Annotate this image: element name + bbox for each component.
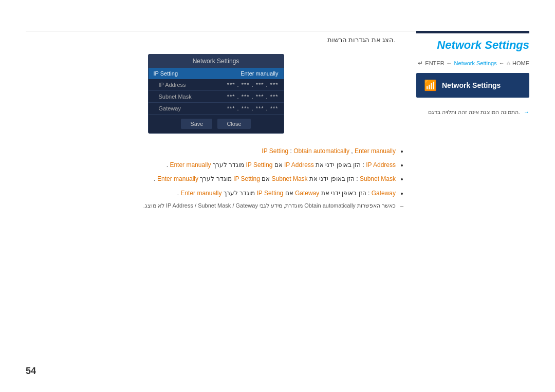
right-panel-title: Network Settings (416, 39, 529, 52)
list-item-subnetmask: Subnet Mask : הזן באופן ידני את Subnet M… (26, 174, 396, 184)
network-settings-dialog: Network Settings IP Setting Enter manual… (148, 54, 284, 134)
network-settings-btn-label: Network Settings (442, 81, 501, 89)
gateway-label: Gateway (159, 105, 181, 111)
gateway-text: Gateway : הזן באופן ידני את Gateway אם I… (177, 190, 396, 197)
page-number: 54 (26, 366, 36, 377)
main-content: .הצג את הגדרות הרשות Network Settings IP… (26, 36, 406, 209)
subnet-mask-value: *** . *** . *** . *** (227, 94, 279, 100)
enter-manually-ref3: Enter manually (180, 190, 221, 197)
dialog-title: Network Settings (149, 54, 284, 68)
instruction-text: .הצג את הגדרות הרשות (26, 36, 396, 44)
gateway-value: *** . *** . *** . *** (227, 105, 279, 111)
save-button[interactable]: Save (181, 119, 212, 129)
breadcrumb-arrow1: ← (447, 60, 452, 66)
bullet-list: IP Setting : Obtain automatically , Ente… (26, 146, 406, 198)
dialog-header-label: IP Setting (154, 70, 178, 77)
dialog-header-row: IP Setting Enter manually (149, 68, 284, 79)
subnetmask-value-orange: Subnet Mask (272, 175, 308, 182)
ip-address-label: IP Address (159, 82, 186, 88)
ip-address-value: *** . *** . *** . *** (227, 82, 279, 88)
close-button[interactable]: Close (217, 119, 250, 129)
network-settings-button[interactable]: 📶 Network Settings (416, 73, 529, 98)
footer-note: כאשר האפשרות Obtain automatically מוגדרת… (26, 202, 406, 209)
right-panel-note: → .התמונה המוצגת אינה זהה ותלויה בדגם (416, 108, 529, 117)
wifi-icon: 📶 (424, 79, 437, 91)
ipsetting-orange: IP Setting (262, 147, 288, 155)
ipaddress-text: IP Address : הזן באופן ידני את IP Addres… (166, 161, 396, 169)
breadcrumb: ↵ ENTER ← Network Settings ← ⌂ HOME (416, 60, 529, 67)
gateway-label-orange: Gateway (372, 190, 396, 197)
breadcrumb-home: HOME (512, 60, 529, 66)
ipaddress-value-orange: IP Address (284, 161, 314, 169)
obtain-auto-text: Obtain automatically (293, 147, 349, 155)
dialog-container: Network Settings IP Setting Enter manual… (26, 54, 406, 134)
ipsetting-ref2: IP Setting (233, 175, 260, 182)
list-item-ipsetting: IP Setting : Obtain automatically , Ente… (26, 146, 396, 156)
right-panel-accent-bar (416, 31, 529, 33)
gateway-note: Gateway (236, 202, 258, 209)
subnet-mask-label: Subnet Mask (159, 94, 192, 100)
breadcrumb-arrow2: ← (499, 60, 505, 66)
ipsetting-ref1: IP Setting (246, 161, 273, 169)
dialog-row-subnet: Subnet Mask *** . *** . *** . *** (149, 91, 284, 103)
enter-manually-ref2: Enter manually (157, 175, 198, 182)
subnet-mask-note: Subnet Mask (198, 202, 231, 209)
home-icon: ⌂ (507, 60, 510, 67)
dialog-row-gateway: Gateway *** . *** . *** . *** (149, 103, 284, 115)
dialog-row-ip: IP Address *** . *** . *** . *** (149, 79, 284, 91)
dialog-header-value: Enter manually (240, 70, 278, 77)
note-arrow: → (524, 109, 529, 115)
subnetmask-text: Subnet Mask : הזן באופן ידני את Subnet M… (154, 175, 396, 182)
list-item-gateway: Gateway : הזן באופן ידני את Gateway אם I… (26, 189, 396, 198)
breadcrumb-link[interactable]: Network Settings (454, 60, 497, 66)
subnetmask-label-orange: Subnet Mask (360, 175, 396, 182)
obtain-auto-note: Obtain automatically (304, 202, 356, 209)
enter-icon: ↵ (418, 60, 423, 67)
ipaddress-label-orange: IP Address (366, 161, 396, 169)
gateway-value-orange: Gateway (295, 190, 319, 197)
breadcrumb-enter: ENTER (425, 60, 444, 66)
ipsetting-ref3: IP Setting (256, 190, 283, 197)
enter-manually-text1: Enter manually (355, 147, 396, 155)
list-item-ipaddress: IP Address : הזן באופן ידני את IP Addres… (26, 160, 396, 170)
note-text: .התמונה המוצגת אינה זהה ותלויה בדגם (428, 109, 520, 115)
right-panel: Network Settings ↵ ENTER ← Network Setti… (416, 31, 529, 117)
enter-manually-ref1: Enter manually (170, 161, 211, 169)
ip-address-note: IP Address (166, 202, 193, 209)
dialog-buttons: Save Close (149, 115, 284, 133)
ipsetting-text: IP Setting : Obtain automatically , Ente… (262, 147, 396, 155)
